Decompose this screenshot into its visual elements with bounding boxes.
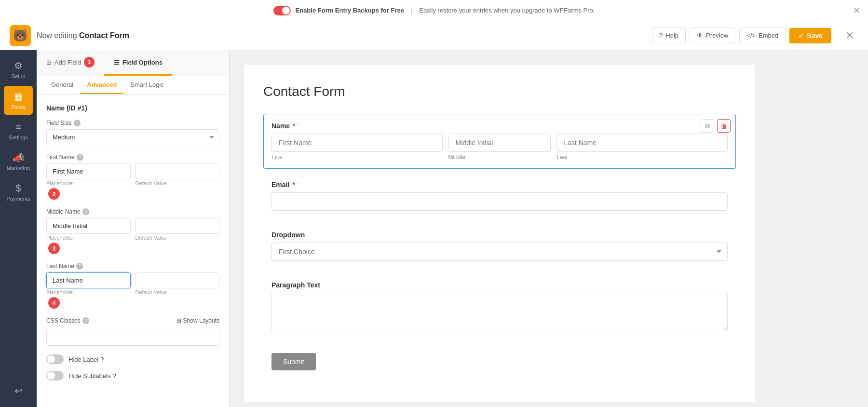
sidebar-item-setup[interactable]: ⚙ Setup (4, 55, 33, 84)
help-label: Help (665, 32, 678, 39)
grid-icon: ⊞ (46, 59, 52, 66)
panel-collapse-button[interactable]: ‹ (226, 219, 230, 238)
middle-name-canvas-input[interactable] (448, 134, 551, 152)
first-name-canvas-input[interactable] (271, 134, 443, 152)
sidebar-bottom: ↩ (4, 380, 33, 401)
first-name-field-wrap: First (271, 134, 443, 161)
hide-label-toggle[interactable] (46, 354, 64, 364)
last-name-help-icon[interactable]: ? (76, 263, 83, 270)
paragraph-canvas-textarea[interactable] (271, 293, 728, 331)
hide-sublabels-knob (47, 372, 55, 380)
subtab-smart-logic[interactable]: Smart Logic (123, 76, 170, 94)
form-title: Contact Form (263, 84, 736, 99)
notif-text: Enable Form Entry Backups for Free (296, 7, 404, 14)
main-header: 🐻 Now editing Contact Form ? Help 👁 Prev… (0, 21, 868, 50)
duplicate-field-button[interactable]: ⧉ (701, 119, 714, 133)
logo-icon: 🐻 (10, 25, 31, 46)
close-editor-button[interactable]: ✕ (841, 27, 858, 44)
name-field-section[interactable]: Name * First Middle Last (263, 114, 736, 169)
toggle-thumb (282, 7, 290, 14)
first-name-default-input[interactable] (136, 163, 220, 179)
hide-sublabels-toggle[interactable] (46, 371, 64, 380)
sidebar-item-fields[interactable]: ▦ Fields (4, 86, 33, 115)
subtab-advanced-label: Advanced (87, 81, 117, 88)
field-size-group: Field Size ? Small Medium Large (46, 120, 219, 145)
tab-badge-1: 1 (84, 57, 95, 68)
middle-name-placeholder-wrap: Placeholder (46, 218, 131, 241)
field-size-label: Field Size ? (46, 120, 219, 126)
form-canvas: Contact Form Name * First Middle (244, 65, 755, 402)
sidebar-item-settings[interactable]: ≡ Settings (4, 117, 33, 145)
panel-content: Name (ID #1) Field Size ? Small Medium L… (37, 95, 229, 407)
first-name-help-icon[interactable]: ? (77, 154, 83, 161)
embed-icon: </> (746, 32, 756, 39)
tab-field-options[interactable]: ☰ Field Options (104, 50, 172, 76)
close-notif-button[interactable]: ✕ (853, 6, 860, 15)
css-classes-input[interactable] (46, 330, 219, 346)
last-name-inputs: Placeholder Default Value (46, 272, 219, 295)
hide-label-row: Hide Label ? (46, 354, 219, 364)
middle-name-help-icon[interactable]: ? (82, 208, 89, 215)
middle-name-default-input[interactable] (136, 218, 220, 234)
middle-name-label: Middle Name ? (46, 208, 219, 215)
tab-add-field-label: Add Field (54, 59, 81, 66)
paragraph-field-label: Paragraph Text (271, 281, 728, 289)
save-icon: ✓ (798, 32, 804, 40)
tab-field-options-label: Field Options (122, 59, 163, 66)
sidebar-item-payments[interactable]: $ Payments (4, 178, 33, 206)
paragraph-field-section[interactable]: Paragraph Text (263, 273, 736, 341)
fields-icon: ▦ (14, 91, 23, 102)
preview-button[interactable]: 👁 Preview (690, 27, 735, 43)
panel-tabs: ⊞ Add Field 1 ☰ Field Options (37, 50, 229, 76)
embed-label: Embed (759, 32, 778, 39)
show-layouts-button[interactable]: ⊞ Show Layouts (176, 317, 219, 324)
payments-icon: $ (15, 183, 21, 194)
hide-label-help-icon[interactable]: ? (100, 356, 104, 363)
help-button[interactable]: ? Help (652, 27, 686, 43)
layouts-icon: ⊞ (176, 317, 181, 324)
hide-sublabels-label: Hide Sublabels ? (68, 372, 116, 380)
middle-name-default-wrap: Default Value (136, 218, 220, 241)
sidebar-item-undo[interactable]: ↩ (4, 380, 33, 401)
email-canvas-input[interactable] (271, 192, 728, 211)
notif-sub: Easily restore your entries when you upg… (419, 7, 595, 14)
last-name-placeholder-input[interactable] (46, 272, 131, 288)
tab-add-field[interactable]: ⊞ Add Field 1 (37, 50, 104, 76)
dropdown-field-label: Dropdown (271, 231, 728, 239)
options-icon: ☰ (114, 59, 120, 66)
right-canvas: Contact Form Name * First Middle (230, 50, 868, 407)
section-title: Name (ID #1) (46, 104, 219, 112)
icon-sidebar: ⚙ Setup ▦ Fields ≡ Settings 📣 Marketing … (0, 50, 37, 407)
middle-name-placeholder-input[interactable] (46, 218, 131, 234)
last-placeholder-sublabel: Placeholder (46, 289, 131, 295)
name-required-star: * (293, 122, 295, 130)
subtab-advanced[interactable]: Advanced (80, 76, 123, 94)
last-name-default-input[interactable] (136, 272, 220, 288)
hide-sublabels-help-icon[interactable]: ? (112, 372, 116, 380)
sidebar-item-marketing[interactable]: 📣 Marketing (4, 147, 33, 176)
sidebar-label-payments: Payments (7, 196, 30, 202)
submit-button[interactable]: Submit (271, 353, 316, 370)
dropdown-canvas-select[interactable]: First Choice (271, 243, 728, 261)
first-name-placeholder-input[interactable] (46, 163, 131, 179)
save-button[interactable]: ✓ Save (789, 28, 831, 43)
last-name-canvas-sublabel: Last (556, 154, 728, 161)
first-name-inputs: Placeholder Default Value (46, 163, 219, 186)
delete-field-button[interactable]: 🗑 (717, 119, 731, 133)
marketing-icon: 📣 (13, 152, 25, 163)
field-size-select[interactable]: Small Medium Large (46, 129, 219, 145)
embed-button[interactable]: </> Embed (739, 27, 786, 43)
field-size-help-icon[interactable]: ? (74, 120, 81, 126)
css-classes-group: CSS Classes ? ⊞ Show Layouts (46, 317, 219, 346)
dropdown-field-section[interactable]: Dropdown First Choice (263, 223, 736, 269)
css-help-icon[interactable]: ? (82, 317, 89, 324)
name-field-label: Name * (271, 122, 728, 130)
preview-icon: 👁 (697, 32, 703, 39)
backup-toggle[interactable] (273, 6, 291, 15)
notif-separator: | (411, 7, 412, 14)
sidebar-label-settings: Settings (9, 135, 28, 140)
subtab-general[interactable]: General (44, 76, 80, 94)
show-layouts-label: Show Layouts (183, 317, 219, 324)
email-field-section[interactable]: Email * (263, 173, 736, 219)
last-name-canvas-input[interactable] (556, 134, 728, 152)
